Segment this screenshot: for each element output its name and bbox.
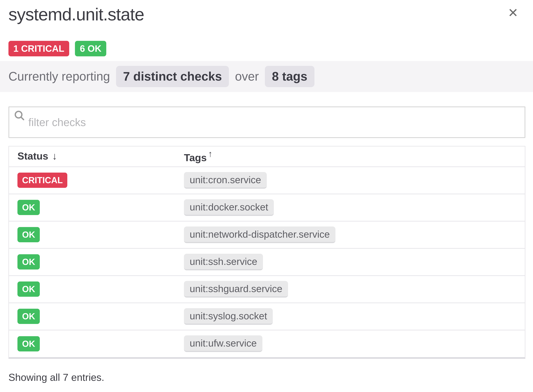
sort-ascending-icon: ↑ bbox=[208, 149, 212, 159]
page-title: systemd.unit.state bbox=[9, 4, 144, 24]
reporting-prefix-text: Currently reporting bbox=[9, 70, 110, 84]
critical-count-badge: 1 CRITICAL bbox=[9, 41, 69, 56]
table-row: OK unit:networkd-dispatcher.service bbox=[9, 221, 525, 248]
tag-pill[interactable]: unit:ssh.service bbox=[184, 254, 263, 270]
status-column-label: Status bbox=[17, 151, 48, 162]
tags-cell: unit:cron.service bbox=[176, 167, 525, 194]
checks-table: Status↓ Tags↑ CRITICAL unit:cron.service… bbox=[9, 146, 525, 359]
status-badge: OK bbox=[17, 336, 40, 351]
table-row: OK unit:sshguard.service bbox=[9, 275, 525, 303]
status-badge: OK bbox=[17, 281, 40, 297]
status-badge: OK bbox=[17, 254, 40, 270]
tags-column-label: Tags bbox=[184, 152, 207, 163]
tags-count-pill: 8 tags bbox=[265, 66, 314, 87]
status-cell: OK bbox=[9, 248, 176, 275]
status-badge: OK bbox=[17, 227, 40, 243]
tag-pill[interactable]: unit:ufw.service bbox=[184, 336, 262, 352]
column-header-status[interactable]: Status↓ bbox=[9, 146, 176, 167]
table-row: OK unit:ufw.service bbox=[9, 330, 525, 357]
tag-pill[interactable]: unit:cron.service bbox=[184, 172, 267, 188]
entries-count-text: Showing all 7 entries. bbox=[9, 372, 104, 383]
sort-descending-icon: ↓ bbox=[52, 151, 57, 162]
reporting-connector-text: over bbox=[235, 70, 259, 84]
status-badge: CRITICAL bbox=[17, 173, 67, 188]
tags-cell: unit:ufw.service bbox=[176, 330, 525, 357]
status-cell: OK bbox=[9, 221, 176, 248]
filter-checks-input[interactable] bbox=[9, 107, 524, 137]
tag-pill[interactable]: unit:sshguard.service bbox=[184, 281, 288, 297]
reporting-band: Currently reporting 7 distinct checks ov… bbox=[0, 61, 533, 92]
tags-cell: unit:sshguard.service bbox=[176, 275, 525, 303]
tag-pill[interactable]: unit:syslog.socket bbox=[184, 308, 273, 325]
tags-cell: unit:syslog.socket bbox=[176, 303, 525, 330]
check-table-body: CRITICAL unit:cron.service OK unit:docke… bbox=[9, 167, 525, 357]
close-icon[interactable]: ✕ bbox=[508, 7, 518, 19]
tag-pill[interactable]: unit:networkd-dispatcher.service bbox=[184, 226, 336, 243]
table-row: OK unit:syslog.socket bbox=[9, 303, 525, 330]
status-cell: OK bbox=[9, 275, 176, 303]
table-row: CRITICAL unit:cron.service bbox=[9, 167, 525, 194]
tag-pill[interactable]: unit:docker.socket bbox=[184, 199, 274, 216]
ok-count-badge: 6 OK bbox=[75, 41, 106, 56]
table-row: OK unit:docker.socket bbox=[9, 194, 525, 221]
status-cell: OK bbox=[9, 303, 176, 330]
status-cell: CRITICAL bbox=[9, 167, 176, 194]
table-header-row: Status↓ Tags↑ bbox=[9, 146, 525, 167]
column-header-tags[interactable]: Tags↑ bbox=[176, 146, 525, 167]
status-cell: OK bbox=[9, 330, 176, 357]
page-scale-wrapper: systemd.unit.state ✕ 1 CRITICAL 6 OK Cur… bbox=[0, 0, 533, 392]
distinct-checks-pill: 7 distinct checks bbox=[116, 66, 229, 87]
status-cell: OK bbox=[9, 194, 176, 221]
filter-checks-box bbox=[9, 107, 525, 138]
check-summary-modal: systemd.unit.state ✕ 1 CRITICAL 6 OK Cur… bbox=[0, 0, 533, 392]
tags-cell: unit:ssh.service bbox=[176, 248, 525, 275]
tags-cell: unit:networkd-dispatcher.service bbox=[176, 221, 525, 248]
status-badge: OK bbox=[17, 309, 40, 324]
status-summary: 1 CRITICAL 6 OK bbox=[9, 41, 106, 56]
tags-cell: unit:docker.socket bbox=[176, 194, 525, 221]
status-badge: OK bbox=[17, 200, 40, 215]
table-row: OK unit:ssh.service bbox=[9, 248, 525, 275]
